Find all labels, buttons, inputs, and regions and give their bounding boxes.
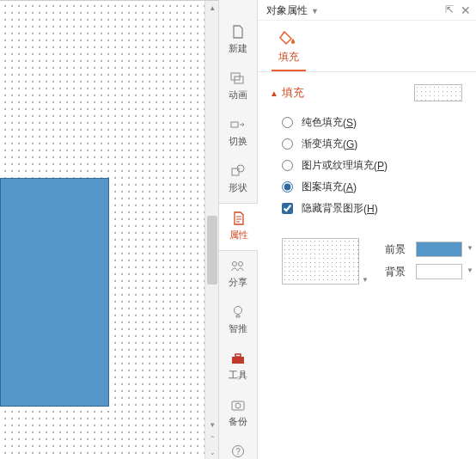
opt-hide-bg[interactable]: 隐藏背景图形(H) [282, 198, 476, 219]
bucket-icon [278, 29, 299, 48]
properties-panel: 对象属性 ▼ ⇱ ✕ 填充 ▲填充 纯色填充(S) 渐变填充(G) 图片或纹理填… [258, 0, 476, 459]
svg-text:?: ? [235, 447, 241, 456]
fg-color-row: 前景 ▼ [385, 238, 462, 260]
pin-icon[interactable]: ⇱ [445, 3, 454, 15]
scroll-down-icon[interactable]: ▼ [205, 418, 219, 431]
vtab-label: 智推 [229, 322, 247, 335]
chevron-down-icon[interactable]: ▼ [358, 273, 372, 285]
fill-options: 纯色填充(S) 渐变填充(G) 图片或纹理填充(P) 图案填充(A) 隐藏背景图… [258, 107, 476, 219]
svg-rect-9 [235, 354, 241, 357]
opt-label: 图片或纹理填充 [302, 158, 374, 173]
canvas-scrollbar[interactable]: ▲ ▼ ⌃ ⌄ [204, 1, 218, 459]
opt-label: 纯色填充 [302, 115, 343, 130]
check-hide-bg[interactable] [282, 203, 293, 214]
chevron-down-icon[interactable]: ▼ [467, 266, 473, 274]
vtab-label: 切换 [229, 135, 247, 148]
canvas-area[interactable]: ▲ ▼ ⌃ ⌄ [0, 0, 218, 459]
radio-solid[interactable] [282, 117, 293, 128]
vtab-label: 新建 [229, 42, 247, 55]
vtab-prop[interactable]: 属性 [219, 203, 258, 251]
bulb-icon [229, 304, 247, 320]
vtab-backup[interactable]: 备份 [219, 390, 257, 437]
opt-solid[interactable]: 纯色填充(S) [282, 112, 476, 133]
section-fill-header[interactable]: ▲填充 [258, 72, 476, 107]
panel-title: 对象属性 [266, 3, 308, 18]
svg-rect-2 [231, 122, 238, 127]
help-icon: ? [229, 444, 247, 459]
vtab-label: 属性 [229, 229, 248, 242]
vtab-label: 备份 [229, 415, 247, 428]
pattern-preview[interactable]: ▼ [282, 238, 359, 285]
anim-icon [229, 70, 247, 86]
vtab-new[interactable]: 新建 [219, 17, 257, 64]
vtab-shape[interactable]: 形状 [219, 156, 257, 203]
subtab-fill[interactable]: 填充 [272, 29, 306, 71]
vtab-trans[interactable]: 切换 [219, 110, 257, 156]
scroll-thumb[interactable] [207, 216, 217, 285]
opt-pattern[interactable]: 图案填充(A) [282, 176, 476, 198]
close-icon[interactable]: ✕ [461, 3, 471, 17]
opt-label: 渐变填充 [302, 137, 343, 151]
share-icon [229, 258, 247, 273]
radio-pattern[interactable] [282, 181, 293, 193]
selected-shape[interactable] [0, 178, 109, 407]
vtab-help[interactable]: ? 帮助 [219, 437, 257, 459]
svg-rect-3 [232, 168, 239, 175]
file-icon [229, 24, 247, 40]
vtab-label: 形状 [229, 181, 247, 194]
dropdown-icon[interactable]: ▼ [311, 7, 319, 15]
collapse-icon: ▲ [270, 89, 278, 98]
toolbox-icon [229, 351, 247, 366]
bg-label: 背景 [385, 265, 411, 279]
vtab-label: 工具 [229, 369, 247, 382]
fill-preview-swatch[interactable] [414, 84, 462, 101]
trans-icon [229, 117, 247, 132]
vtab-tool[interactable]: 工具 [219, 344, 257, 390]
svg-point-5 [233, 262, 237, 266]
vtab-label: 动画 [229, 89, 247, 101]
section-title: ▲填充 [270, 85, 304, 101]
color-controls: 前景 ▼ 背景 ▼ [385, 238, 462, 283]
camera-icon [229, 397, 247, 413]
pattern-settings: ▼ 前景 ▼ 背景 ▼ [258, 219, 476, 285]
vtab-smart[interactable]: 智推 [219, 297, 257, 344]
prop-icon [230, 211, 247, 226]
opt-picture[interactable]: 图片或纹理填充(P) [282, 155, 476, 176]
radio-gradient[interactable] [282, 138, 293, 150]
bg-color-picker[interactable]: ▼ [416, 264, 462, 279]
svg-point-7 [235, 307, 242, 315]
panel-subtabs: 填充 [258, 21, 476, 72]
opt-label: 隐藏背景图形 [302, 201, 363, 216]
opt-label: 图案填充 [302, 180, 343, 194]
vertical-tabs: 新建 动画 切换 形状 属性 分享 智推 工具 备份 ? 帮助 [218, 0, 258, 459]
shape-icon [229, 163, 247, 179]
opt-gradient[interactable]: 渐变填充(G) [282, 133, 476, 155]
fg-color-picker[interactable]: ▼ [416, 242, 462, 257]
panel-header: 对象属性 ▼ ⇱ ✕ [258, 0, 476, 21]
vtab-label: 分享 [229, 276, 247, 289]
radio-picture[interactable] [282, 160, 293, 171]
svg-point-11 [235, 403, 241, 408]
vtab-share[interactable]: 分享 [219, 251, 257, 297]
fg-label: 前景 [385, 242, 411, 257]
scroll-double-down-icon[interactable]: ⌄ [205, 445, 219, 459]
scroll-double-up-icon[interactable]: ⌃ [205, 431, 219, 445]
svg-point-6 [239, 262, 243, 266]
bg-color-row: 背景 ▼ [385, 260, 462, 283]
chevron-down-icon[interactable]: ▼ [467, 244, 473, 252]
scroll-up-icon[interactable]: ▲ [205, 1, 219, 15]
vtab-anim[interactable]: 动画 [219, 64, 257, 110]
subtab-label: 填充 [278, 50, 299, 64]
svg-rect-8 [232, 357, 244, 364]
